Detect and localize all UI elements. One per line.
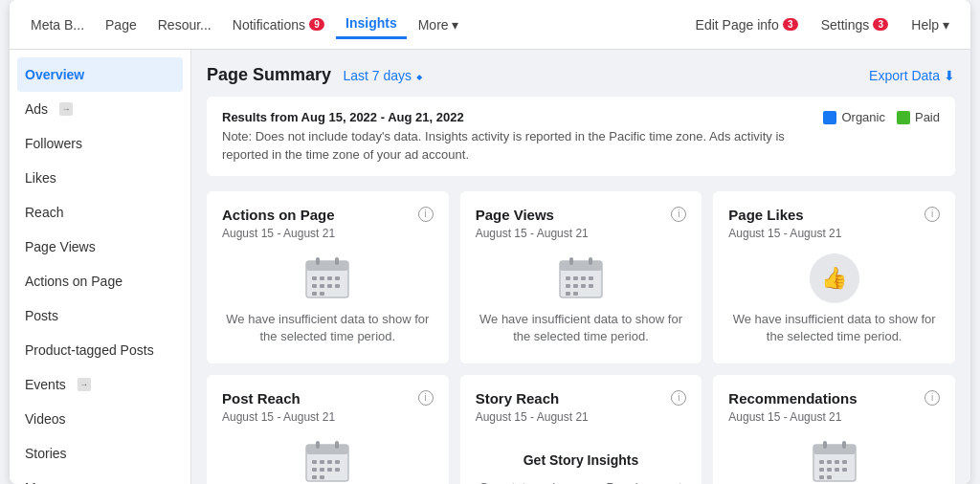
sidebar-item-reach[interactable]: Reach <box>10 195 190 230</box>
cards-grid: Actions on PageiAugust 15 - August 21 We… <box>207 191 955 485</box>
sidebar-item-videos[interactable]: Videos <box>10 402 190 436</box>
svg-rect-13 <box>320 292 324 296</box>
card-body-page-likes: 👍We have insufficient data to show for t… <box>728 252 940 348</box>
svg-rect-31 <box>335 441 339 449</box>
svg-rect-10 <box>327 284 332 288</box>
sidebar-item-ads[interactable]: Ads→ <box>10 92 190 126</box>
calendar-icon-actions-on-page <box>302 253 352 303</box>
card-body-actions-on-page: We have insufficient data to show for th… <box>222 252 434 348</box>
svg-rect-38 <box>327 468 332 472</box>
legend-dot-paid <box>897 111 910 124</box>
nav-left: Meta B...PageResour...Notifications9Insi… <box>21 10 686 39</box>
card-body-page-views: We have insufficient data to show for th… <box>476 252 687 348</box>
svg-rect-33 <box>320 460 324 464</box>
svg-rect-27 <box>573 292 578 296</box>
card-header-page-views: Page Viewsi <box>476 207 687 223</box>
download-icon: ⬇ <box>944 68 955 83</box>
sidebar-label-ads: Ads <box>25 101 48 117</box>
sidebar-icon-ads: → <box>59 102 73 116</box>
card-title-page-views: Page Views <box>476 207 554 223</box>
sidebar-item-posts[interactable]: Posts <box>10 298 190 333</box>
main-content: Page Summary Last 7 days ⬥ Export Data ⬇… <box>191 50 970 484</box>
legend-dot-organic <box>823 111 836 124</box>
period-selector[interactable]: Last 7 days ⬥ <box>344 68 424 83</box>
svg-rect-19 <box>573 276 578 280</box>
nav-item-insights[interactable]: Insights <box>336 10 407 39</box>
nav-item-resources[interactable]: Resour... <box>148 11 221 38</box>
sidebar-item-page-views[interactable]: Page Views <box>10 230 190 264</box>
summary-title-area: Page Summary Last 7 days ⬥ <box>207 65 423 85</box>
nav-item-notifications[interactable]: Notifications9 <box>223 11 334 38</box>
sidebar-label-videos: Videos <box>25 411 66 427</box>
card-date-story-reach: August 15 - August 21 <box>476 410 687 424</box>
story-insights-text-story-reach: See stats on how your Page's recent stor… <box>476 479 687 484</box>
no-data-text-page-views: We have insufficient data to show for th… <box>476 311 687 345</box>
svg-rect-46 <box>819 460 824 464</box>
svg-rect-9 <box>320 284 324 288</box>
svg-rect-16 <box>569 257 573 265</box>
svg-rect-20 <box>581 276 586 280</box>
sidebar-item-overview[interactable]: Overview <box>17 57 183 92</box>
legend-item-organic: Organic <box>823 110 885 124</box>
export-button[interactable]: Export Data ⬇ <box>869 68 955 83</box>
nav-item-edit-page-info[interactable]: Edit Page info3 <box>686 11 808 38</box>
svg-rect-24 <box>581 284 586 288</box>
svg-rect-47 <box>827 460 832 464</box>
sidebar-item-likes[interactable]: Likes <box>10 161 190 195</box>
card-info-icon-story-reach[interactable]: i <box>671 390 686 406</box>
info-text: Results from Aug 15, 2022 - Aug 21, 2022… <box>222 108 804 165</box>
sidebar-item-actions-on-page[interactable]: Actions on Page <box>10 264 190 298</box>
svg-rect-11 <box>335 284 340 288</box>
card-info-icon-page-views[interactable]: i <box>671 207 686 222</box>
svg-rect-41 <box>320 475 324 479</box>
svg-rect-17 <box>589 257 592 265</box>
card-header-actions-on-page: Actions on Pagei <box>222 207 434 223</box>
nav-badge-notifications: 9 <box>309 18 324 31</box>
calendar-icon-page-views <box>556 253 606 303</box>
svg-rect-2 <box>316 257 320 265</box>
svg-rect-52 <box>835 468 839 472</box>
app-window: Meta B...PageResour...Notifications9Insi… <box>10 0 970 484</box>
nav-badge-edit-page-info: 3 <box>783 18 798 31</box>
sidebar-item-events[interactable]: Events→ <box>10 367 190 402</box>
card-header-post-reach: Post Reachi <box>222 390 434 407</box>
sidebar-item-product-tagged-posts[interactable]: Product-tagged Posts <box>10 333 190 367</box>
card-page-views: Page ViewsiAugust 15 - August 21 We have… <box>460 191 702 363</box>
svg-rect-26 <box>566 292 570 296</box>
card-info-icon-post-reach[interactable]: i <box>418 390 434 406</box>
card-body-story-reach: Get Story InsightsSee stats on how your … <box>476 435 687 485</box>
sidebar-label-product-tagged-posts: Product-tagged Posts <box>25 342 154 358</box>
sidebar-icon-events: → <box>78 378 91 391</box>
svg-rect-8 <box>312 284 317 288</box>
card-body-post-reach: We have insufficient data to show for th… <box>222 435 434 485</box>
svg-rect-54 <box>819 475 824 479</box>
nav-item-meta[interactable]: Meta B... <box>21 11 94 38</box>
svg-rect-25 <box>589 284 593 288</box>
sidebar-label-page-views: Page Views <box>25 239 96 254</box>
svg-rect-43 <box>813 445 856 454</box>
svg-rect-39 <box>335 468 340 472</box>
calendar-icon-recommendations <box>810 437 859 484</box>
card-info-icon-recommendations[interactable]: i <box>924 390 940 406</box>
info-box: Results from Aug 15, 2022 - Aug 21, 2022… <box>207 97 955 176</box>
sidebar-item-stories[interactable]: Stories <box>10 436 190 471</box>
sidebar-item-messages[interactable]: Messages <box>10 471 190 484</box>
nav-item-settings[interactable]: Settings3 <box>812 11 899 38</box>
svg-rect-6 <box>327 276 332 280</box>
card-info-icon-page-likes[interactable]: i <box>924 207 940 222</box>
nav-item-help[interactable]: Help ▾ <box>902 11 959 38</box>
sidebar-item-followers[interactable]: Followers <box>10 126 190 161</box>
card-date-page-likes: August 15 - August 21 <box>728 227 940 240</box>
card-date-post-reach: August 15 - August 21 <box>222 410 434 424</box>
sidebar-label-events: Events <box>25 377 66 392</box>
nav-item-more[interactable]: More ▾ <box>409 11 469 38</box>
svg-rect-1 <box>306 261 348 271</box>
sidebar-label-likes: Likes <box>25 170 56 186</box>
card-info-icon-actions-on-page[interactable]: i <box>418 207 434 222</box>
svg-rect-18 <box>566 276 570 280</box>
svg-rect-45 <box>842 441 846 449</box>
sidebar-label-actions-on-page: Actions on Page <box>25 274 122 289</box>
nav-right: Edit Page info3Settings3Help ▾ <box>686 11 959 38</box>
nav-item-page[interactable]: Page <box>96 11 146 38</box>
svg-rect-22 <box>566 284 570 288</box>
